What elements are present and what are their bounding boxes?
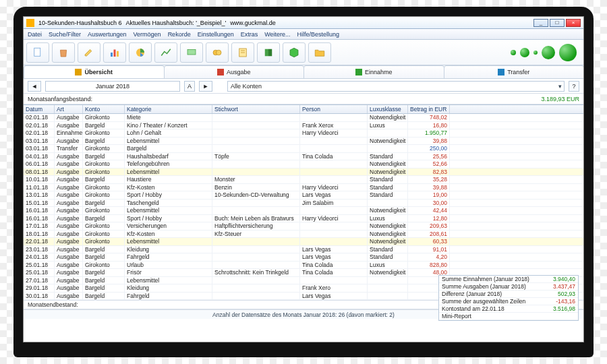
help-button[interactable]: ? [569,81,579,92]
month-start-balance-row: Monatsanfangsbestand: 3.189,93 EUR [24,94,583,104]
tab-icon [355,69,362,75]
summary-row: Mini-Report [439,313,578,320]
new-doc-button[interactable] [26,42,49,63]
table-row[interactable]: 03.01.18AusgabeBargeldLebensmittelNotwen… [24,138,583,146]
menu-suchefilter[interactable]: Suche/Filter [49,31,81,38]
table-row[interactable]: 04.01.18AusgabeBargeldHaushaltsbedarfTöp… [24,153,583,161]
svg-rect-1 [111,53,113,57]
menu-auswertungen[interactable]: Auswertungen [88,31,127,38]
menu-extras[interactable]: Extras [241,31,258,38]
table-row[interactable]: 22.01.18AusgabeGirokontoLebensmittelNotw… [24,238,583,246]
svg-rect-3 [117,51,119,56]
table-header: DatumArtKontoKategorieStichwortPersonLux… [24,104,583,114]
delete-button[interactable] [52,42,75,63]
next-month-button[interactable]: ► [199,81,212,92]
cube-button[interactable] [283,42,306,63]
tab-label: Einnahme [365,69,393,75]
summary-row: Kontostand am 22.01.183.516,98 [439,305,578,313]
pie-chart-button[interactable] [129,42,152,63]
view-tabs: ÜbersichtAusgabeEinnahmeTransfer [24,65,583,79]
table-row[interactable]: 02.01.18AusgabeBargeldKino / Theater / K… [24,122,583,130]
summary-row: Summe Ausgaben (Januar 2018)3.437,47 [439,283,578,291]
col-person[interactable]: Person [300,105,368,113]
table-row[interactable]: 25.01.18AusgabeGirokontoUrlaubTina Colad… [24,262,583,270]
col-konto[interactable]: Konto [83,105,125,113]
account-combo-value: Alle Konten [231,83,262,90]
summary-panel: Summe Einnahmen (Januar 2018)3.940,40Sum… [438,275,579,321]
menu-datei[interactable]: Datei [28,31,42,38]
svg-point-7 [216,50,222,55]
tab-übersicht[interactable]: Übersicht [24,65,165,78]
minimize-button[interactable]: _ [533,19,548,27]
col-datum[interactable]: Datum [24,105,55,113]
table-row[interactable]: 13.01.18AusgabeGirokontoSport / Hobby10-… [24,191,583,200]
bar-chart-button[interactable] [103,42,126,63]
tab-transfer[interactable]: Transfer [444,65,585,78]
filter-bar: ◄ Januar 2018 A ► Alle Konten ? [24,79,583,94]
title-1: 10-Sekunden-Haushaltsbuch 6 [38,20,122,26]
summary-row: Summe Einnahmen (Januar 2018)3.940,40 [439,276,578,283]
table-row[interactable]: 08.01.18AusgabeGirokontoLebensmittelNotw… [24,169,583,177]
month-a-button[interactable]: A [184,81,195,92]
col-art[interactable]: Art [55,105,83,113]
table-row[interactable]: 16.01.18AusgabeGirokontoLebensmittelNotw… [24,207,583,215]
title-2: Aktuelles Haushaltsbuch: '_Beispiel_' [126,20,227,26]
table-row[interactable]: 24.01.18AusgabeBargeldFahrgeldLars Vegas… [24,253,583,262]
tab-label: Transfer [507,69,529,75]
title-3: www.guckmal.de [230,20,276,26]
table-row[interactable]: 03.01.18TransferGirokontoBargeld250,00 [24,145,583,153]
col-betragineur[interactable]: Betrag in EUR [408,105,450,113]
table-row[interactable]: 10.01.18AusgabeBargeldHaustiereMonsterSt… [24,176,583,184]
book-button[interactable] [257,42,280,63]
table-row[interactable]: 17.01.18AusgabeGirokontoVersicherungenHa… [24,222,583,231]
tab-icon [498,69,504,75]
coins-button[interactable] [206,42,229,63]
table-body[interactable]: 02.01.18AusgabeGirokontoMieteNotwendigke… [24,114,583,300]
col-luxusklasse[interactable]: Luxusklasse [368,105,408,113]
table-row[interactable]: 02.01.18AusgabeGirokontoMieteNotwendigke… [24,114,583,122]
menu-rekorde[interactable]: Rekorde [168,31,191,38]
folder-button[interactable] [308,42,331,63]
table-row[interactable]: 16.01.18AusgabeBargeldSport / HobbyBuch:… [24,215,583,223]
account-combo[interactable]: Alle Konten [227,81,565,92]
tab-ausgabe[interactable]: Ausgabe [164,65,305,78]
table-row[interactable]: 06.01.18AusgabeGirokontoTelefongebührenN… [24,160,583,169]
summary-row: Differenz (Januar 2018)502,93 [439,291,578,298]
menu-vermgen[interactable]: Vermögen [134,31,161,38]
table-row[interactable]: 23.01.18AusgabeBargeldKleidungLars Vegas… [24,246,583,254]
close-button[interactable]: × [566,19,581,27]
svg-rect-5 [187,49,196,55]
decoration-spheres [511,44,581,61]
maximize-button[interactable]: □ [550,19,565,27]
table-row[interactable]: 18.01.18AusgabeGirokontoKfz-KostenKfz-St… [24,231,583,239]
status-text: Anzahl der Datensätze des Monats Januar … [212,311,395,318]
app-window: 10-Sekunden-Haushaltsbuch 6 Aktuelles Ha… [23,16,584,342]
svg-rect-0 [34,48,40,56]
menu-hilfebestellung[interactable]: Hilfe/Bestellung [297,31,340,38]
edit-button[interactable] [78,42,100,63]
toolbar [24,40,583,65]
svg-rect-2 [114,49,116,57]
col-kategorie[interactable]: Kategorie [125,105,212,113]
prev-month-button[interactable]: ◄ [28,81,41,92]
col-stichwort[interactable]: Stichwort [212,105,300,113]
list-button[interactable] [231,42,254,63]
tab-label: Ausgabe [227,69,251,75]
month-start-value: 3.189,93 EUR [541,96,579,102]
menu-einstellungen[interactable]: Einstellungen [198,31,234,38]
tab-icon [217,69,224,75]
line-chart-button[interactable] [154,42,177,63]
note-button[interactable] [180,42,203,63]
tab-einnahme[interactable]: Einnahme [304,65,444,78]
menu-bar: DateiSuche/FilterAuswertungenVermögenRek… [24,29,583,40]
title-bar: 10-Sekunden-Haushaltsbuch 6 Aktuelles Ha… [24,17,583,29]
table-row[interactable]: 15.01.18AusgabeBargeldTaschengeldJim Sal… [24,200,583,208]
tab-label: Übersicht [84,69,113,75]
menu-weitere[interactable]: Weitere... [264,31,290,38]
month-end-label: Monatsendbestand: [28,301,78,308]
table-row[interactable]: 02.01.18EinnahmeGirokontoLohn / GehaltHa… [24,129,583,138]
tab-icon [75,69,82,75]
month-display[interactable]: Januar 2018 [45,81,180,92]
table-row[interactable]: 11.01.18AusgabeGirokontoKfz-KostenBenzin… [24,184,583,192]
app-icon [26,19,34,27]
